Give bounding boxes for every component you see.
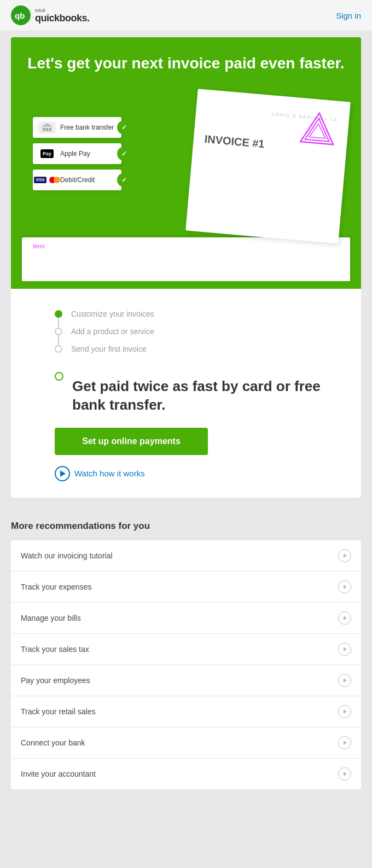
recommendations-list: Watch our invoicing tutorial Track your …	[11, 540, 361, 789]
svg-rect-9	[49, 128, 51, 131]
step-item-customize: Customize your invoices	[55, 305, 328, 323]
arrow-circle-0	[338, 549, 351, 562]
hero-section: Let's get your next invoice paid even fa…	[11, 37, 361, 289]
step-dot-send	[55, 345, 62, 353]
header: qb intuit quickbooks. Sign in	[0, 0, 372, 31]
current-step-indicator: Get paid twice as fast by card or free b…	[55, 369, 328, 428]
rec-item-track-expenses[interactable]: Track your expenses	[11, 572, 361, 603]
watch-label: Watch how it works	[74, 469, 145, 478]
hero-title: Let's get your next invoice paid even fa…	[22, 54, 350, 73]
rec-item-manage-bills[interactable]: Manage your bills	[11, 603, 361, 634]
step-label-send: Send your first invoice	[71, 345, 147, 353]
arrow-circle-1	[338, 580, 351, 593]
rec-label-sales-tax: Track your sales tax	[21, 645, 89, 654]
invoice-back: CRAIG'S DESIGN + LA INVOICE #1	[185, 89, 351, 244]
bank-transfer-label: Free bank transfer	[60, 124, 114, 131]
rec-item-sales-tax[interactable]: Track your sales tax	[11, 634, 361, 665]
rec-item-invite-accountant[interactable]: Invite your accountant	[11, 759, 361, 789]
rec-label-track-expenses: Track your expenses	[21, 582, 91, 591]
step-item-send: Send your first invoice	[55, 340, 328, 358]
step-dot-customize	[55, 310, 62, 318]
rec-item-retail-sales[interactable]: Track your retail sales	[11, 696, 361, 727]
debit-credit-icon: VISA	[38, 174, 56, 186]
arrow-right-3	[344, 647, 347, 651]
payment-card-bank: Free bank transfer ✓	[33, 117, 121, 138]
arrow-circle-5	[338, 705, 351, 718]
quickbooks-logo-icon: qb	[11, 5, 31, 25]
arrow-right-0	[344, 554, 347, 558]
item-label: Item	[33, 243, 44, 249]
rec-label-retail-sales: Track your retail sales	[21, 707, 95, 716]
apple-pay-label: Apple Pay	[60, 150, 90, 158]
check-badge-bank: ✓	[117, 120, 131, 135]
play-triangle-icon	[60, 470, 66, 477]
main-card: Let's get your next invoice paid even fa…	[11, 37, 361, 498]
check-badge-debit: ✓	[117, 173, 131, 187]
rec-item-connect-bank[interactable]: Connect your bank	[11, 727, 361, 759]
svg-marker-6	[42, 123, 53, 126]
step-label-customize: Customize your invoices	[71, 310, 154, 318]
rec-label-employees: Pay your employees	[21, 676, 90, 685]
check-badge-apple: ✓	[117, 147, 131, 161]
rec-label-connect-bank: Connect your bank	[21, 738, 85, 747]
arrow-right-2	[344, 616, 347, 620]
main-heading: Get paid twice as fast by card or free b…	[72, 377, 328, 415]
step-dot-product	[55, 328, 62, 335]
rec-label-invoicing-tutorial: Watch our invoicing tutorial	[21, 551, 113, 560]
step-item-product: Add a product or service	[55, 323, 328, 340]
play-circle-icon	[55, 466, 70, 481]
rec-item-employees[interactable]: Pay your employees	[11, 665, 361, 696]
arrow-right-1	[344, 585, 347, 589]
bank-icon	[38, 121, 56, 133]
arrow-right-7	[344, 772, 347, 776]
arrow-circle-7	[338, 767, 351, 780]
invoice-illustration: CRAIG'S DESIGN + LA INVOICE #1	[22, 84, 350, 281]
logo-area: qb intuit quickbooks.	[11, 5, 90, 25]
arrow-circle-2	[338, 611, 351, 625]
debit-credit-label: Debit/Credit	[60, 176, 95, 184]
steps-section: Customize your invoices Add a product or…	[11, 289, 361, 498]
arrow-right-5	[344, 709, 347, 714]
svg-rect-7	[43, 128, 45, 131]
payment-card-apple: Pay Apple Pay ✓	[33, 143, 121, 164]
svg-rect-8	[47, 128, 48, 131]
logo-text: intuit quickbooks.	[35, 8, 90, 23]
rec-label-manage-bills: Manage your bills	[21, 614, 81, 622]
sign-in-link[interactable]: Sign in	[336, 11, 361, 20]
payment-cards: Free bank transfer ✓ Pay Apple Pay ✓ VIS…	[33, 117, 121, 190]
arrow-right-4	[344, 678, 347, 683]
arrow-circle-6	[338, 736, 351, 749]
watch-how-it-works-link[interactable]: Watch how it works	[55, 466, 328, 481]
step-label-product: Add a product or service	[71, 327, 154, 336]
rec-label-invite-accountant: Invite your accountant	[21, 770, 96, 778]
recommendations-title: More recommendations for you	[11, 521, 361, 532]
invoice-bottom-partial: Item	[22, 237, 350, 281]
arrow-right-6	[344, 741, 347, 745]
step-list: Customize your invoices Add a product or…	[55, 305, 328, 358]
arrow-circle-3	[338, 643, 351, 656]
triangle-logo	[297, 109, 339, 153]
recommendations-section: More recommendations for you Watch our i…	[0, 504, 372, 800]
payment-card-debit: VISA Debit/Credit ✓	[33, 170, 121, 190]
svg-text:qb: qb	[15, 11, 25, 20]
rec-item-invoicing-tutorial[interactable]: Watch our invoicing tutorial	[11, 540, 361, 572]
arrow-circle-4	[338, 674, 351, 687]
current-step-dot	[55, 372, 63, 381]
setup-payments-button[interactable]: Set up online payments	[55, 428, 208, 455]
apple-pay-icon: Pay	[38, 148, 56, 160]
